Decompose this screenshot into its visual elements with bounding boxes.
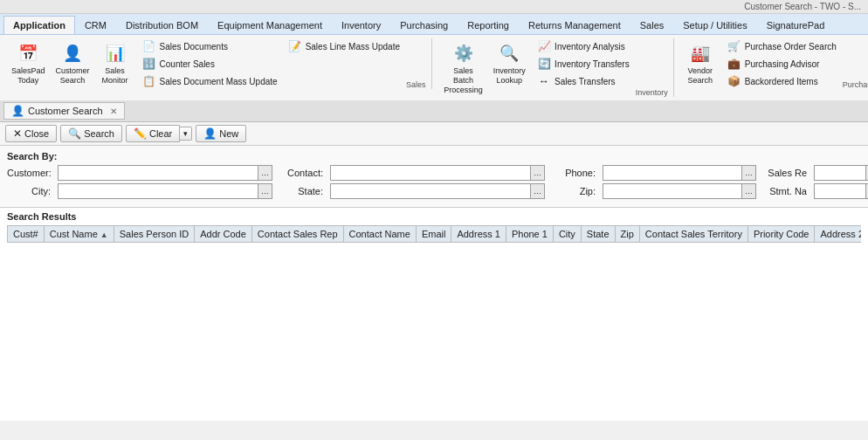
- clear-icon: ✏️: [134, 127, 147, 140]
- nav-tab-inventory[interactable]: Inventory: [332, 16, 390, 34]
- inventory-analysis-icon: 📈: [537, 39, 551, 53]
- nav-tab-reporting[interactable]: Reporting: [458, 16, 519, 34]
- toolbar: ✕ Close 🔍 Search ✏️ Clear ▾ 👤 New: [0, 122, 868, 146]
- col-sales-person-id[interactable]: Sales Person ID: [114, 226, 194, 243]
- col-state[interactable]: State: [581, 226, 615, 243]
- col-city[interactable]: City: [553, 226, 581, 243]
- phone-input-button[interactable]: …: [742, 165, 756, 181]
- counter-sales-label: Counter Sales: [160, 59, 215, 69]
- contact-input[interactable]: [330, 165, 531, 181]
- sales-re-input[interactable]: [814, 165, 866, 181]
- salespad-today-button[interactable]: 📅 SalesPad Today: [7, 38, 50, 88]
- city-input-button[interactable]: …: [258, 183, 272, 199]
- zip-input-button[interactable]: …: [742, 183, 756, 199]
- col-cust-num[interactable]: Cust#: [8, 226, 45, 243]
- phone-input[interactable]: [603, 165, 742, 181]
- col-addr-code[interactable]: Addr Code: [195, 226, 252, 243]
- search-button[interactable]: 🔍 Search: [60, 125, 122, 142]
- search-results: Search Results Cust# Cust Name ▲ Sales P…: [0, 208, 868, 246]
- search-by-label: Search By:: [7, 151, 861, 162]
- col-contact-sales-territory[interactable]: Contact Sales Territory: [639, 226, 747, 243]
- contact-input-button[interactable]: …: [531, 165, 545, 181]
- close-icon: ✕: [13, 127, 22, 140]
- inventory-analysis-button[interactable]: 📈 Inventory Analysis: [534, 38, 632, 54]
- col-cust-name[interactable]: Cust Name ▲: [44, 226, 114, 243]
- nav-tab-application[interactable]: Application: [3, 16, 75, 34]
- nav-tab-purchasing[interactable]: Purchasing: [390, 16, 458, 34]
- col-address2[interactable]: Address 2: [815, 226, 861, 243]
- phone-input-wrap: …: [603, 165, 756, 181]
- col-contact-name[interactable]: Contact Name: [343, 226, 416, 243]
- sales-line-mass-update-icon: 📝: [288, 39, 302, 53]
- sales-line-mass-update-button[interactable]: 📝 Sales Line Mass Update: [286, 38, 403, 54]
- sales-document-mass-update-icon: 📋: [142, 74, 156, 88]
- customer-input-button[interactable]: …: [258, 165, 272, 181]
- new-button[interactable]: 👤 New: [196, 125, 246, 142]
- cust-name-sort-arrow: ▲: [100, 230, 108, 239]
- nav-tab-sales[interactable]: Sales: [630, 16, 674, 34]
- state-input[interactable]: [330, 183, 531, 199]
- city-field-label: City:: [7, 186, 51, 196]
- nav-tab-returns-management[interactable]: Returns Management: [519, 16, 630, 34]
- zip-input[interactable]: [603, 183, 742, 199]
- col-email[interactable]: Email: [416, 226, 451, 243]
- close-button[interactable]: ✕ Close: [5, 125, 57, 142]
- purchase-order-search-icon: 🛒: [727, 39, 741, 53]
- customer-search-tab-label: Customer Search: [28, 106, 103, 116]
- state-input-button[interactable]: …: [531, 183, 545, 199]
- customer-input[interactable]: [58, 165, 258, 181]
- stmt-na-input-wrap: …: [814, 183, 868, 199]
- results-header-row: Cust# Cust Name ▲ Sales Person ID Addr C…: [8, 226, 862, 243]
- search-results-label: Search Results: [7, 211, 861, 222]
- nav-tab-signature-pad[interactable]: SignaturePad: [757, 16, 835, 34]
- nav-tab-crm[interactable]: CRM: [75, 16, 116, 34]
- customer-search-tab-icon: 👤: [11, 105, 24, 117]
- purchasing-advisor-button[interactable]: 💼 Purchasing Advisor: [725, 56, 839, 72]
- purchasing-group-label: Purchasing: [843, 80, 868, 89]
- nav-tab-distribution-bom[interactable]: Distribution BOM: [116, 16, 208, 34]
- inventory-transfers-button[interactable]: 🔄 Inventory Transfers: [534, 56, 632, 72]
- nav-tab-equipment-management[interactable]: Equipment Management: [208, 16, 332, 34]
- clear-button[interactable]: ✏️ Clear: [126, 125, 180, 142]
- tab-strip: 👤 Customer Search ✕: [0, 100, 868, 122]
- sales-documents-label: Sales Documents: [160, 42, 228, 52]
- vendor-search-button[interactable]: 🏭 Vendor Search: [681, 38, 720, 88]
- search-row-2: City: … State: … Zip: … Stmt. Na …: [7, 183, 861, 199]
- sales-monitor-icon: 📊: [103, 41, 127, 65]
- search-row-1: Customer: … Contact: … Phone: … Sales Re…: [7, 165, 861, 181]
- purchase-order-search-button[interactable]: 🛒 Purchase Order Search: [725, 38, 839, 54]
- customer-search-button[interactable]: 👤 Customer Search: [52, 38, 94, 88]
- sales-document-mass-update-label: Sales Document Mass Update: [160, 77, 278, 86]
- empty-results-area: [0, 246, 868, 421]
- search-icon: 🔍: [68, 127, 81, 140]
- purchasing-advisor-icon: 💼: [727, 57, 741, 71]
- zip-field-label: Zip:: [552, 186, 596, 196]
- city-input[interactable]: [58, 183, 258, 199]
- customer-input-wrap: …: [58, 165, 272, 181]
- counter-sales-button[interactable]: 🔢 Counter Sales: [140, 56, 280, 72]
- counter-sales-icon: 🔢: [142, 57, 156, 71]
- nav-tab-setup-utilities[interactable]: Setup / Utilities: [673, 16, 756, 34]
- salespad-today-label: SalesPad Today: [11, 66, 45, 86]
- ribbon-nav-tabs: Application CRM Distribution BOM Equipme…: [0, 14, 868, 35]
- col-contact-sales-rep[interactable]: Contact Sales Rep: [251, 226, 343, 243]
- sales-batch-processing-button[interactable]: ⚙️ Sales Batch Processing: [439, 38, 488, 97]
- backordered-items-button[interactable]: 📦 Backordered Items: [725, 73, 839, 89]
- sales-transfers-button[interactable]: ↔️ Sales Transfers: [534, 73, 632, 89]
- sales-document-mass-update-button[interactable]: 📋 Sales Document Mass Update: [140, 73, 280, 89]
- stmt-na-input[interactable]: [814, 183, 866, 199]
- col-phone1[interactable]: Phone 1: [506, 226, 553, 243]
- inventory-lookup-button[interactable]: 🔍 Inventory Lookup: [490, 38, 530, 88]
- sales-re-field-label: Sales Re: [763, 168, 807, 178]
- clear-dropdown[interactable]: ▾: [180, 127, 192, 141]
- customer-search-tab[interactable]: 👤 Customer Search ✕: [3, 102, 125, 120]
- col-address1[interactable]: Address 1: [451, 226, 506, 243]
- sales-line-mass-update-label: Sales Line Mass Update: [306, 42, 400, 52]
- col-priority-code[interactable]: Priority Code: [747, 226, 815, 243]
- sales-documents-button[interactable]: 📄 Sales Documents: [140, 38, 280, 54]
- sales-monitor-button[interactable]: 📊 Sales Monitor: [96, 38, 134, 88]
- vendor-search-label: Vendor Search: [687, 66, 713, 86]
- col-zip[interactable]: Zip: [615, 226, 639, 243]
- customer-search-tab-close[interactable]: ✕: [110, 107, 117, 116]
- backordered-items-icon: 📦: [727, 74, 741, 88]
